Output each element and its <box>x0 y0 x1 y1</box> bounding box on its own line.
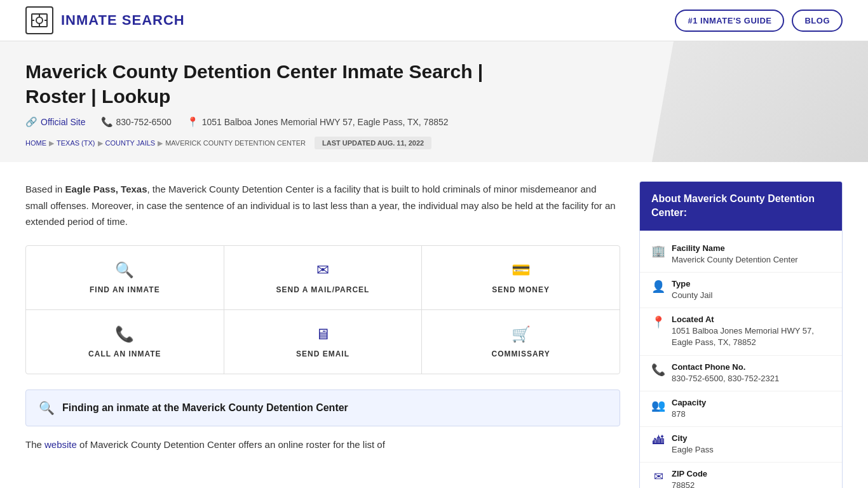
send-money-label: SEND MONEY <box>492 285 550 294</box>
svg-point-1 <box>36 17 43 24</box>
breadcrumb-texas[interactable]: TEXAS (TX) <box>57 139 95 147</box>
building-icon: 🏢 <box>651 244 665 258</box>
commissary-cell[interactable]: 🛒 COMMISSARY <box>422 310 620 374</box>
sidebar-capacity: 👥 Capacity 878 <box>640 391 842 427</box>
logo-area: INMATE SEARCH <box>25 6 185 34</box>
sidebar-type: 👤 Type County Jail <box>640 273 842 308</box>
action-grid: 🔍 FIND AN INMATE ✉ SEND A MAIL/PARCEL 💳 … <box>25 245 620 374</box>
commissary-label: COMMISSARY <box>492 349 550 358</box>
type-value: County Jail <box>672 290 831 301</box>
contact-phone-value: 830-752-6500, 830-752-2321 <box>672 373 831 384</box>
finding-title: Finding an inmate at the Maverick County… <box>62 402 348 414</box>
find-inmate-label: FIND AN INMATE <box>90 285 160 294</box>
finding-section: 🔍 Finding an inmate at the Maverick Coun… <box>25 390 620 426</box>
site-title: INMATE SEARCH <box>61 12 185 29</box>
hero-background <box>652 41 868 162</box>
find-inmate-cell[interactable]: 🔍 FIND AN INMATE <box>26 246 224 309</box>
logo-icon <box>25 6 53 34</box>
body-paragraph: The website of Maverick County Detention… <box>25 437 620 453</box>
page-title: Maverick County Detention Center Inmate … <box>25 59 546 109</box>
call-inmate-cell[interactable]: 📞 CALL AN INMATE <box>26 310 224 374</box>
phone-icon: 📞 <box>101 116 113 128</box>
type-icon: 👤 <box>651 280 665 294</box>
website-link[interactable]: website <box>44 439 77 450</box>
capacity-icon: 👥 <box>651 398 665 412</box>
commissary-icon: 🛒 <box>512 325 531 343</box>
phone-meta: 📞 830-752-6500 <box>101 116 172 128</box>
breadcrumb-county-jails[interactable]: COUNTY JAILS <box>105 139 156 147</box>
sidebar-zip: ✉ ZIP Code 78852 <box>640 463 842 488</box>
sidebar-card: About Maverick County Detention Center: … <box>639 181 843 488</box>
send-email-icon: 🖥 <box>315 325 330 343</box>
city-icon: 🏙 <box>651 434 665 447</box>
call-inmate-icon: 📞 <box>115 325 134 343</box>
blog-button[interactable]: BLOG <box>792 10 843 32</box>
location-icon: 📍 <box>187 116 199 128</box>
action-row-1: 🔍 FIND AN INMATE ✉ SEND A MAIL/PARCEL 💳 … <box>26 246 620 310</box>
breadcrumb-current: MAVERICK COUNTY DETENTION CENTER <box>165 139 306 147</box>
send-mail-cell[interactable]: ✉ SEND A MAIL/PARCEL <box>224 246 423 309</box>
header-buttons: #1 INMATE'S GUIDE BLOG <box>675 10 843 32</box>
sidebar-city: 🏙 City Eagle Pass <box>640 427 842 463</box>
breadcrumb-sep-3: ▶ <box>158 139 163 147</box>
guide-button[interactable]: #1 INMATE'S GUIDE <box>675 10 784 32</box>
hero-section: Maverick County Detention Center Inmate … <box>0 41 868 162</box>
city-label: City <box>672 433 831 443</box>
city-value: Eagle Pass <box>672 444 831 456</box>
located-at-label: Located At <box>672 315 831 324</box>
breadcrumb-sep-1: ▶ <box>49 139 54 147</box>
zip-value: 78852 <box>672 480 831 488</box>
sidebar-header: About Maverick County Detention Center: <box>640 182 842 231</box>
send-email-cell[interactable]: 🖥 SEND EMAIL <box>224 310 423 374</box>
desc-location: Eagle Pass, Texas <box>65 184 147 194</box>
type-label: Type <box>672 279 831 288</box>
address-text: 1051 Balboa Jones Memorial HWY 57, Eagle… <box>202 117 449 127</box>
body-text-end: of Maverick County Detention Center offe… <box>77 439 385 450</box>
main-content: Based in Eagle Pass, Texas, the Maverick… <box>0 162 868 488</box>
link-icon: 🔗 <box>25 116 37 128</box>
capacity-label: Capacity <box>672 398 831 407</box>
send-mail-icon: ✉ <box>316 261 329 279</box>
send-email-label: SEND EMAIL <box>296 349 349 358</box>
sidebar-facility-name: 🏢 Facility Name Maverick County Detentio… <box>640 237 842 273</box>
contact-phone-label: Contact Phone No. <box>672 362 831 372</box>
sidebar-phone: 📞 Contact Phone No. 830-752-6500, 830-75… <box>640 356 842 391</box>
zip-icon: ✉ <box>651 470 665 484</box>
phone-number: 830-752-6500 <box>116 117 172 127</box>
sidebar-body: 🏢 Facility Name Maverick County Detentio… <box>640 231 842 488</box>
breadcrumb-home[interactable]: HOME <box>25 139 46 147</box>
finding-search-icon: 🔍 <box>39 400 55 416</box>
header: INMATE SEARCH #1 INMATE'S GUIDE BLOG <box>0 0 868 41</box>
breadcrumb-sep-2: ▶ <box>98 139 103 147</box>
facility-name-label: Facility Name <box>672 243 831 253</box>
located-at-value: 1051 Balboa Jones Memorial HWY 57, Eagle… <box>672 325 831 348</box>
zip-label: ZIP Code <box>672 469 831 478</box>
last-updated-badge: LAST UPDATED AUG. 11, 2022 <box>315 137 431 149</box>
location-pin-icon: 📍 <box>651 315 665 329</box>
facility-name-value: Maverick County Detention Center <box>672 254 831 266</box>
contact-phone-icon: 📞 <box>651 363 665 377</box>
body-text-start: The <box>25 439 44 450</box>
left-column: Based in Eagle Pass, Texas, the Maverick… <box>25 181 620 488</box>
breadcrumb: HOME ▶ TEXAS (TX) ▶ COUNTY JAILS ▶ MAVER… <box>25 139 306 147</box>
official-site-text[interactable]: Official Site <box>41 117 86 127</box>
description-text: Based in Eagle Pass, Texas, the Maverick… <box>25 181 620 230</box>
action-row-2: 📞 CALL AN INMATE 🖥 SEND EMAIL 🛒 COMMISSA… <box>26 310 620 374</box>
capacity-value: 878 <box>672 409 831 420</box>
official-site-link[interactable]: 🔗 Official Site <box>25 116 86 128</box>
call-inmate-label: CALL AN INMATE <box>88 349 161 358</box>
send-mail-label: SEND A MAIL/PARCEL <box>276 285 370 294</box>
right-column: About Maverick County Detention Center: … <box>639 181 843 488</box>
desc-intro: Based in <box>25 184 65 194</box>
send-money-icon: 💳 <box>512 261 531 279</box>
find-inmate-icon: 🔍 <box>115 261 134 279</box>
send-money-cell[interactable]: 💳 SEND MONEY <box>422 246 620 309</box>
sidebar-location: 📍 Located At 1051 Balboa Jones Memorial … <box>640 308 842 355</box>
address-meta: 📍 1051 Balboa Jones Memorial HWY 57, Eag… <box>187 116 449 128</box>
